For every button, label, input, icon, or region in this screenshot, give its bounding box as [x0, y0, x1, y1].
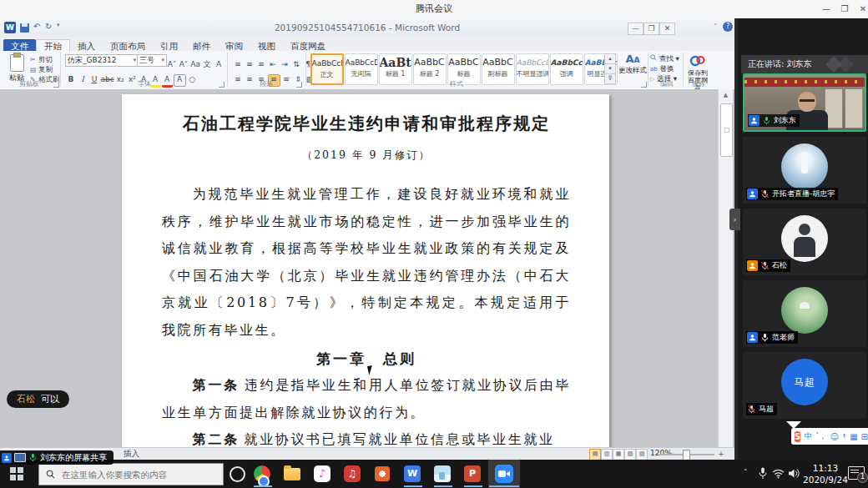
- cut-button[interactable]: ✂剪切: [30, 55, 53, 64]
- mic-muted-icon: [747, 405, 756, 414]
- music-note-icon: ♫: [344, 465, 361, 482]
- close-icon[interactable]: ✕: [856, 3, 868, 15]
- person-silhouette: [800, 99, 815, 105]
- file-explorer-button[interactable]: [282, 465, 302, 483]
- wifi-icon[interactable]: [772, 469, 785, 479]
- font-size-select[interactable]: 三号▾: [137, 54, 167, 67]
- zoom-in-icon[interactable]: +: [718, 449, 724, 458]
- tray-mic-icon[interactable]: [758, 467, 768, 480]
- restore-icon[interactable]: ❐: [838, 3, 851, 15]
- chrome-button[interactable]: [252, 465, 272, 483]
- draft-view-icon[interactable]: ▨: [636, 449, 648, 460]
- paste-icon: [10, 54, 24, 72]
- tencent-meeting-icon: [495, 465, 513, 483]
- running-indicator: [464, 485, 482, 487]
- office-icon: [375, 466, 390, 481]
- tencent-meeting-button[interactable]: [488, 460, 520, 488]
- mouse-cursor: [367, 365, 378, 375]
- replace-button[interactable]: ab 替换: [650, 64, 674, 74]
- avatar: 马超: [781, 359, 828, 405]
- change-styles-button[interactable]: AA 更改样式: [618, 53, 647, 85]
- taskbar: ♪ ♫ W P ˄ 11:13 2020/9/24 1: [0, 460, 868, 488]
- caption-speaker: 石松: [17, 393, 35, 405]
- powerpoint-button[interactable]: P: [462, 465, 482, 483]
- styles-launcher-icon[interactable]: [641, 82, 647, 88]
- member-icon: [747, 189, 758, 199]
- cortana-button[interactable]: [227, 465, 247, 483]
- participant-tile-machao[interactable]: 马超 马超: [743, 352, 866, 419]
- photos-button[interactable]: [432, 465, 452, 483]
- participant-label: 石松: [746, 259, 790, 272]
- start-button[interactable]: [10, 467, 23, 480]
- ribbon-collapse-icon[interactable]: ˄: [714, 23, 717, 31]
- font-launcher-icon[interactable]: [219, 82, 225, 88]
- action-center-icon[interactable]: 1: [848, 466, 865, 480]
- participant-label: 开拓者直播-胡忠宇: [746, 188, 838, 200]
- avatar: [781, 215, 828, 262]
- minimize-icon[interactable]: —: [820, 3, 833, 15]
- paragraph-launcher-icon[interactable]: [296, 82, 302, 88]
- character-border-button[interactable]: A: [214, 59, 225, 70]
- wps-icon: W: [404, 465, 421, 482]
- ribbon-tabs: 文件开始插入页面布局引用邮件审阅视图百度网盘: [0, 37, 734, 51]
- search-input[interactable]: [60, 469, 205, 480]
- sogou-ime-bar[interactable]: S 中 ’， ☺ ▦ ⊞: [791, 428, 868, 445]
- speaker-icon[interactable]: [788, 468, 800, 479]
- word-close-icon[interactable]: ✕: [659, 23, 675, 35]
- word-minimize-icon[interactable]: —: [628, 23, 643, 35]
- outline-view-icon[interactable]: ▧: [624, 449, 636, 460]
- screen: 腾讯会议 — ❐ ✕ W ↶ ↻ ▾ 20190925104554710616 …: [0, 0, 868, 488]
- tray-expand-icon[interactable]: ˄: [744, 468, 748, 476]
- find-button[interactable]: 查找 ▾: [650, 54, 679, 64]
- copy-button[interactable]: ▤复制: [30, 65, 53, 74]
- running-indicator: [434, 485, 452, 487]
- font-family-select[interactable]: 仿宋_GB2312▾: [65, 54, 139, 67]
- word-title: 20190925104554710616 - Microsoft Word: [0, 18, 734, 37]
- ime-keyboard-icon[interactable]: ▦: [850, 432, 857, 441]
- participant-tile-huzhongyu[interactable]: 开拓者直播-胡忠宇: [743, 137, 866, 204]
- vertical-scrollbar[interactable]: ▲: [718, 89, 733, 447]
- editing-group-label: 编辑: [650, 79, 684, 88]
- participant-video-liudongdong[interactable]: 刘东东: [743, 73, 866, 132]
- screen-share-indicator[interactable]: 刘东东的屏幕共享: [0, 450, 114, 465]
- word-restore-icon[interactable]: ❐: [643, 23, 659, 35]
- web-layout-view-icon[interactable]: ▦: [613, 449, 624, 460]
- scroll-up-icon[interactable]: ▲: [719, 89, 733, 102]
- help-icon[interactable]: ?: [723, 22, 733, 32]
- folder-icon: [284, 468, 300, 480]
- sidebar-collapse-handle[interactable]: ›: [729, 209, 740, 230]
- ime-mode-chinese[interactable]: 中: [804, 430, 812, 442]
- search-icon: [650, 54, 657, 61]
- mic-on-icon: [760, 333, 770, 342]
- monitor-icon: [14, 453, 26, 462]
- powerpoint-icon: P: [464, 465, 481, 482]
- document-page[interactable]: 石油工程学院毕业生违约申请和审批程序规定 （2019 年 9 月修订） 为规范毕…: [122, 94, 609, 447]
- taskbar-clock[interactable]: 11:13 2020/9/24: [800, 462, 851, 485]
- scrollbar-thumb[interactable]: [720, 103, 733, 157]
- taskbar-search[interactable]: [38, 463, 224, 485]
- participant-tile-shisong[interactable]: 石松: [743, 209, 866, 275]
- word-titlebar: W ↶ ↻ ▾ 20190925104554710616 - Microsoft…: [0, 18, 734, 37]
- fullscreen-view-icon[interactable]: ▥: [601, 449, 613, 460]
- ime-voice-icon[interactable]: [842, 431, 846, 441]
- doc-title: 石油工程学院毕业生违约申请和审批程序规定: [162, 113, 571, 135]
- word-window: W ↶ ↻ ▾ 20190925104554710616 - Microsoft…: [0, 18, 734, 460]
- office-button[interactable]: [372, 465, 392, 483]
- itunes-button[interactable]: ♪: [312, 465, 332, 483]
- ime-punctuation-icon[interactable]: ’，: [815, 430, 826, 442]
- print-layout-view-icon[interactable]: ▤: [589, 449, 601, 460]
- search-icon: [46, 470, 55, 479]
- ime-toolbox-icon[interactable]: ⊞: [861, 432, 868, 441]
- styles-more-icon[interactable]: ⊽: [604, 73, 616, 84]
- phonetic-guide-button[interactable]: 文: [202, 59, 213, 70]
- running-indicator: [489, 485, 519, 487]
- sogou-logo-icon[interactable]: S: [795, 431, 800, 442]
- ime-emoji-icon[interactable]: ☺: [830, 432, 839, 441]
- doc-paragraph: 第一条违约是指毕业生和用人单位签订就业协议后由毕业生单方面提出解除就业协议的行为…: [162, 372, 571, 426]
- participant-tile-fanlaoshi[interactable]: 范老师: [743, 280, 866, 347]
- clipboard-launcher-icon[interactable]: [53, 82, 59, 88]
- caption-bubble: 石松 可以: [7, 390, 69, 408]
- netease-music-button[interactable]: ♫: [342, 465, 362, 483]
- wps-button[interactable]: W: [402, 465, 422, 483]
- member-icon: [747, 260, 758, 271]
